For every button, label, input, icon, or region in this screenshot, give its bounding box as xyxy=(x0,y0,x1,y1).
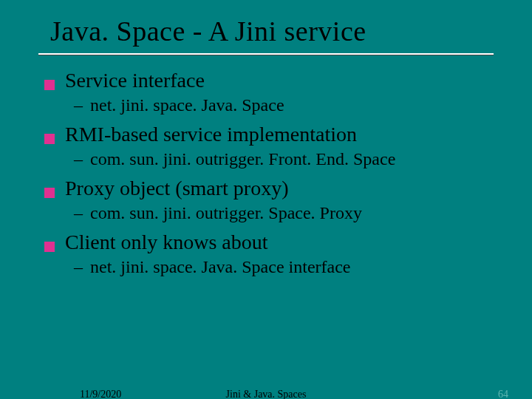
slide-title: Java. Space - A Jini service xyxy=(50,15,532,47)
list-item: Service interface – net. jini. space. Ja… xyxy=(44,69,532,115)
subitem-text: com. sun. jini. outrigger. Space. Proxy xyxy=(90,203,362,223)
square-bullet-icon xyxy=(44,242,55,252)
footer-date: 11/9/2020 xyxy=(80,389,121,399)
square-bullet-icon xyxy=(44,80,55,90)
dash-bullet-icon: – xyxy=(74,149,83,169)
content-body: Service interface – net. jini. space. Ja… xyxy=(44,69,532,277)
dash-bullet-icon: – xyxy=(74,257,83,277)
list-item: Proxy object (smart proxy) – com. sun. j… xyxy=(44,177,532,223)
subitem-text: net. jini. space. Java. Space interface xyxy=(90,257,351,277)
dash-bullet-icon: – xyxy=(74,203,83,223)
item-text: RMI-based service implementation xyxy=(65,123,357,146)
subitem-text: com. sun. jini. outrigger. Front. End. S… xyxy=(90,149,395,169)
item-text: Service interface xyxy=(65,69,205,92)
list-item: Client only knows about – net. jini. spa… xyxy=(44,231,532,277)
list-item: RMI-based service implementation – com. … xyxy=(44,123,532,169)
item-text: Proxy object (smart proxy) xyxy=(65,177,289,200)
dash-bullet-icon: – xyxy=(74,95,83,115)
subitem-text: net. jini. space. Java. Space xyxy=(90,95,284,115)
title-divider xyxy=(38,53,494,55)
square-bullet-icon xyxy=(44,188,55,198)
footer-title: Jini & Java. Spaces xyxy=(226,389,307,399)
slide: Java. Space - A Jini service Service int… xyxy=(0,0,532,399)
item-text: Client only knows about xyxy=(65,231,268,254)
footer-page-number: 64 xyxy=(498,389,508,399)
square-bullet-icon xyxy=(44,134,55,144)
